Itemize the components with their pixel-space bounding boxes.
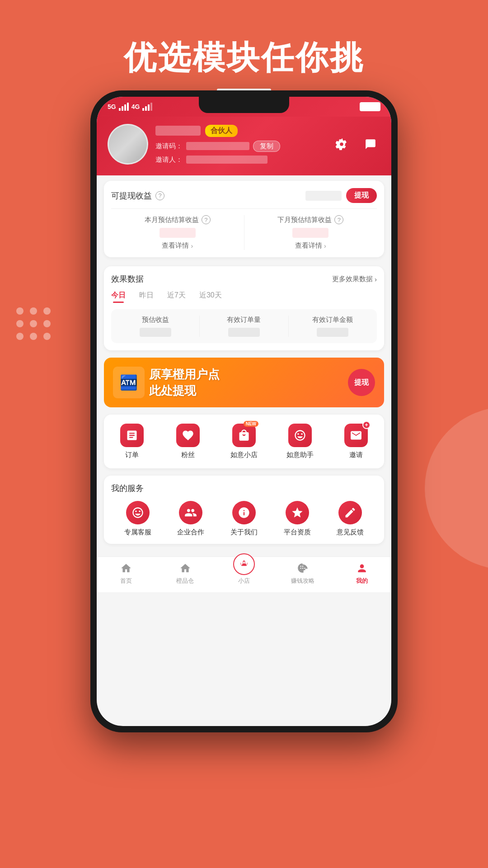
avatar[interactable] (108, 124, 148, 165)
username-blur (155, 126, 201, 136)
phone-wrapper: 5G 4G (90, 90, 398, 732)
nav-item-smallstore[interactable]: 小店 (215, 561, 273, 585)
this-month-value-blur (160, 228, 196, 238)
qualification-icon (286, 501, 309, 524)
home-icon (119, 561, 133, 575)
next-month-help[interactable]: ? (334, 215, 343, 224)
quick-menu: 订单 粉丝 (104, 415, 384, 468)
status-left: 5G 4G (108, 103, 152, 111)
withdraw-button[interactable]: 提现 (346, 188, 377, 203)
tab-7days[interactable]: 近7天 (167, 291, 186, 303)
stat-order-amount: 有效订单金额 (289, 316, 377, 337)
phone-screen: 5G 4G (97, 97, 391, 726)
new-badge-store: NEW (244, 421, 258, 427)
message-button[interactable] (361, 134, 380, 154)
nav-label-strategy: 赚钱攻略 (291, 577, 314, 585)
stat-value-earnings-blur (140, 328, 171, 337)
earnings-help-icon[interactable]: ? (155, 191, 164, 200)
stat-valid-orders: 有效订单量 (200, 316, 288, 337)
nav-item-warehouse[interactable]: 橙品仓 (155, 561, 214, 585)
service-label-enterprise: 企业合作 (177, 528, 204, 537)
menu-item-invite[interactable]: + 邀请 (328, 424, 384, 459)
smallstore-icon (233, 553, 255, 575)
service-item-about[interactable]: 关于我们 (217, 501, 271, 537)
services-section: 我的服务 专属客服 (104, 476, 384, 544)
menu-item-store[interactable]: NEW 如意小店 (216, 424, 272, 459)
next-month-earnings: 下月预估结算收益 ? 查看详情 › (244, 215, 377, 250)
invite-code-blur (186, 142, 249, 150)
enterprise-icon (179, 501, 202, 524)
phone-notch (199, 97, 289, 113)
invite-code-label: 邀请码： (155, 142, 183, 151)
more-data-button[interactable]: 更多效果数据 › (332, 275, 377, 283)
menu-label-assistant: 如意助手 (286, 451, 314, 459)
nav-label-home: 首页 (120, 577, 132, 585)
menu-label-store: 如意小店 (230, 451, 258, 459)
network-5g: 5G (108, 103, 116, 110)
stat-value-amount-blur (317, 328, 348, 337)
copy-button[interactable]: 复制 (253, 141, 280, 152)
stat-label-orders: 有效订单量 (200, 316, 288, 324)
next-month-label: 下月预估结算收益 (277, 216, 332, 224)
this-month-label: 本月预估结算收益 (145, 216, 199, 224)
strategy-icon (296, 561, 310, 575)
menu-item-fans[interactable]: 粉丝 (160, 424, 216, 459)
stat-label-amount: 有效订单金额 (289, 316, 377, 324)
my-icon (355, 561, 369, 575)
nav-label-my: 我的 (356, 577, 368, 585)
banner-text: 原享橙用户点 此处提现 (149, 366, 220, 399)
service-item-customer[interactable]: 专属客服 (111, 501, 164, 537)
next-month-value-blur (292, 228, 328, 238)
network-4g: 4G (131, 103, 140, 110)
menu-item-assistant[interactable]: 如意助手 (272, 424, 328, 459)
stat-label-earnings: 预估收益 (111, 316, 199, 324)
this-month-help[interactable]: ? (202, 215, 211, 224)
service-label-feedback: 意见反馈 (337, 528, 364, 537)
withdrawal-banner[interactable]: 🏧 原享橙用户点 此处提现 提现 (104, 358, 384, 407)
warehouse-icon (178, 561, 192, 575)
settings-button[interactable] (332, 134, 352, 154)
feedback-icon (338, 501, 362, 524)
service-label-about: 关于我们 (230, 528, 258, 537)
signal-icon (119, 103, 129, 111)
decorative-dots (16, 307, 52, 340)
tab-yesterday[interactable]: 昨日 (139, 291, 154, 303)
menu-label-order: 订单 (125, 451, 139, 459)
service-item-qualification[interactable]: 平台资质 (271, 501, 324, 537)
about-icon (232, 501, 256, 524)
tab-today[interactable]: 今日 (111, 291, 126, 303)
earnings-amount-blur (305, 191, 342, 201)
nav-label-smallstore: 小店 (238, 577, 250, 585)
next-month-view-detail[interactable]: 查看详情 › (248, 241, 374, 250)
menu-label-fans: 粉丝 (181, 451, 195, 459)
service-item-enterprise[interactable]: 企业合作 (164, 501, 218, 537)
tabs-row: 今日 昨日 近7天 近30天 (111, 291, 377, 303)
service-item-feedback[interactable]: 意见反馈 (324, 501, 377, 537)
effect-title: 效果数据 (111, 274, 144, 284)
partner-badge: 合伙人 (205, 125, 238, 137)
inviter-label: 邀请人： (155, 156, 183, 164)
services-grid: 专属客服 企业合作 (111, 501, 377, 537)
earnings-card: 可提现收益 ? 提现 本月预估结算收益 (104, 181, 384, 257)
stats-row: 预估收益 有效订单量 有效订单金额 (111, 309, 377, 343)
service-label-qualification: 平台资质 (284, 528, 311, 537)
services-title: 我的服务 (111, 483, 377, 494)
customer-service-icon (126, 501, 150, 524)
banner-withdraw-btn[interactable]: 提现 (348, 369, 375, 396)
service-label-customer: 专属客服 (124, 528, 151, 537)
effect-data-section: 效果数据 更多效果数据 › 今日 昨日 近7天 近30天 (104, 266, 384, 350)
menu-item-order[interactable]: 订单 (104, 424, 160, 459)
phone-frame: 5G 4G (90, 90, 398, 732)
inviter-blur (186, 156, 267, 164)
tab-30days[interactable]: 近30天 (199, 291, 222, 303)
bg-title: 优选模块任你挑 (0, 0, 488, 80)
menu-label-invite: 邀请 (349, 451, 363, 459)
stat-value-orders-blur (228, 328, 260, 337)
this-month-view-detail[interactable]: 查看详情 › (115, 241, 240, 250)
stat-estimated-earnings: 预估收益 (111, 316, 200, 337)
nav-item-home[interactable]: 首页 (97, 561, 155, 585)
nav-item-my[interactable]: 我的 (333, 561, 391, 585)
profile-header: 合伙人 邀请码： 复制 邀请人： (97, 117, 391, 175)
this-month-earnings: 本月预估结算收益 ? 查看详情 › (111, 215, 244, 250)
nav-item-strategy[interactable]: 赚钱攻略 (273, 561, 332, 585)
